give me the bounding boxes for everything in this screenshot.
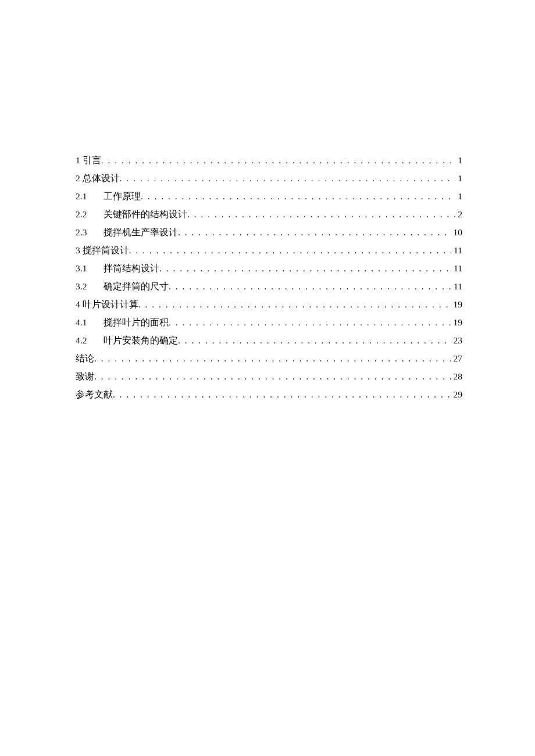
toc-leaders [113, 385, 451, 403]
toc-entry: 4 叶片设计计算19 [76, 295, 462, 313]
toc-section-number: 2.2 [76, 205, 104, 223]
toc-entry: 参考文献29 [76, 385, 462, 403]
toc-title: 搅拌机生产率设计 [104, 223, 178, 241]
toc-leaders [178, 331, 451, 349]
toc-page-number: 1 [455, 151, 462, 169]
toc-title: 1 引言 [76, 151, 101, 169]
toc-title: 确定拌筒的尺寸 [104, 277, 169, 295]
toc-title: 拌筒结构设计 [104, 259, 159, 277]
toc-leaders [94, 349, 451, 367]
toc-leaders [169, 277, 451, 295]
toc-title: 参考文献 [76, 385, 113, 403]
toc-entry: 2 总体设计1 [76, 169, 462, 187]
toc-title: 致谢 [76, 367, 94, 385]
toc-leaders [138, 295, 451, 313]
toc-page-number: 11 [451, 277, 462, 295]
toc-page-number: 29 [451, 385, 463, 403]
toc-page-number: 1 [455, 187, 462, 205]
toc-section-number: 3.2 [76, 277, 104, 295]
toc-leaders [169, 313, 451, 331]
toc-page-number: 19 [451, 313, 463, 331]
toc-section-number: 2.3 [76, 223, 104, 241]
toc-leaders [159, 259, 451, 277]
toc-page-number: 28 [451, 367, 463, 385]
toc-title: 工作原理 [104, 187, 141, 205]
toc-entry: 2.3搅拌机生产率设计10 [76, 223, 462, 241]
toc-title: 叶片安装角的确定 [104, 331, 178, 349]
toc-page-number: 11 [451, 259, 462, 277]
toc-leaders [129, 241, 451, 259]
toc-section-number: 2.1 [76, 187, 104, 205]
toc-leaders [120, 169, 456, 187]
toc-page-number: 11 [451, 241, 462, 259]
toc-title: 3 搅拌筒设计 [76, 241, 129, 259]
toc-section-number: 4.2 [76, 331, 104, 349]
toc-leaders [101, 151, 456, 169]
toc-page-number: 23 [451, 331, 463, 349]
toc-entry: 3.1拌筒结构设计11 [76, 259, 462, 277]
toc-entry: 结论27 [76, 349, 462, 367]
toc-leaders [178, 223, 451, 241]
toc-section-number: 3.1 [76, 259, 104, 277]
toc-section-number: 4.1 [76, 313, 104, 331]
toc-entry: 4.1搅拌叶片的面积19 [76, 313, 462, 331]
toc-entry: 3 搅拌筒设计11 [76, 241, 462, 259]
toc-title: 2 总体设计 [76, 169, 120, 187]
toc-page-number: 2 [455, 205, 462, 223]
toc-entry: 3.2确定拌筒的尺寸11 [76, 277, 462, 295]
toc-entry: 2.1工作原理1 [76, 187, 462, 205]
toc-title: 搅拌叶片的面积 [104, 313, 169, 331]
toc-entry: 1 引言1 [76, 151, 462, 169]
toc-entry: 4.2叶片安装角的确定23 [76, 331, 462, 349]
toc-leaders [187, 205, 455, 223]
toc-title: 关键部件的结构设计 [104, 205, 187, 223]
toc-leaders [141, 187, 455, 205]
toc-page-number: 27 [451, 349, 463, 367]
table-of-contents: 1 引言12 总体设计12.1工作原理12.2关键部件的结构设计22.3搅拌机生… [76, 151, 462, 403]
toc-page-number: 1 [455, 169, 462, 187]
toc-entry: 2.2关键部件的结构设计2 [76, 205, 462, 223]
toc-leaders [94, 367, 451, 385]
toc-title: 结论 [76, 349, 94, 367]
toc-entry: 致谢28 [76, 367, 462, 385]
toc-page-number: 10 [451, 223, 463, 241]
toc-page-number: 19 [451, 295, 463, 313]
toc-title: 4 叶片设计计算 [76, 295, 138, 313]
